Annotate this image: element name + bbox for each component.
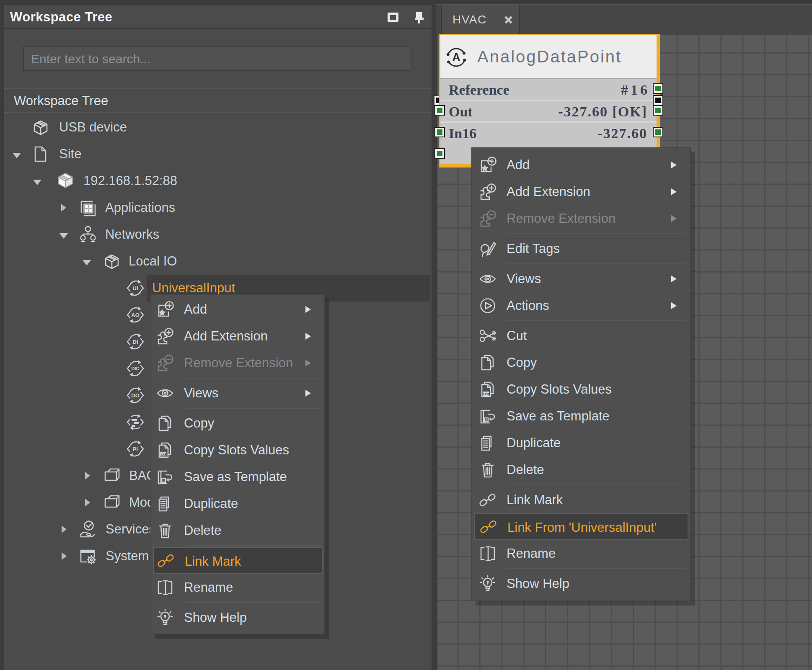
svg-text:PI: PI (133, 446, 138, 452)
svg-text:UI: UI (133, 285, 138, 291)
svg-text:DI: DI (133, 339, 138, 345)
svg-text:AO: AO (131, 312, 140, 318)
svg-text:DIC: DIC (132, 366, 140, 371)
svg-text:DO: DO (131, 392, 140, 399)
